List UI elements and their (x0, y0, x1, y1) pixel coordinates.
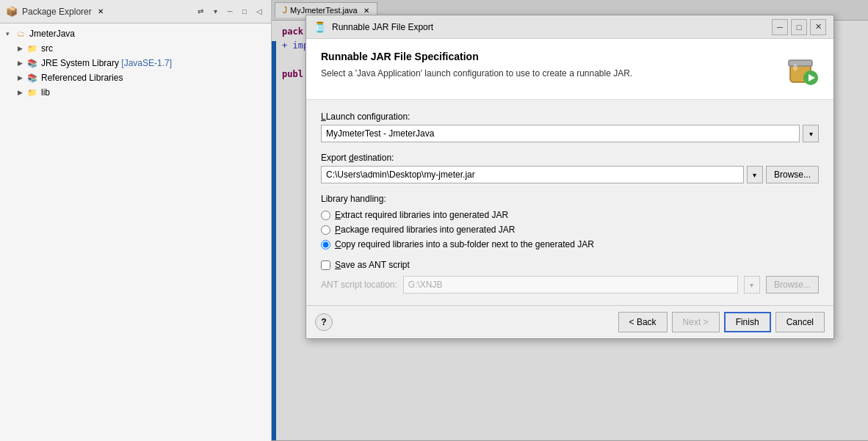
library-handling-row: Library handling: Extract required libra… (321, 194, 819, 249)
radio-package-label: Package required libraries into generate… (335, 225, 515, 235)
tree-label-lib: lib (41, 87, 50, 98)
collapse-button[interactable]: ◁ (253, 6, 265, 18)
package-explorer-panel: 📦 Package Explorer ✕ ⇄ ▾ ─ □ ◁ ▾ 🗂 Jmete… (0, 0, 272, 441)
tree-item-reflibs[interactable]: ▶ 📚 Referenced Libraries (0, 70, 271, 85)
help-button[interactable]: ? (315, 313, 333, 331)
tree-arrow-src: ▶ (18, 45, 26, 52)
cancel-button[interactable]: Cancel (775, 312, 825, 332)
dialog-title-text: Runnable JAR File Export (332, 22, 433, 32)
radio-copy[interactable] (321, 240, 330, 249)
dialog-body: LLaunch configuration: ▾ Export destinat… (306, 100, 833, 305)
ant-script-browse-button: Browse... (766, 276, 819, 294)
radio-extract-label: Extract required libraries into generate… (335, 210, 508, 220)
dialog-titlebar: 🫙 Runnable JAR File Export ─ □ ✕ (306, 15, 833, 39)
finish-button[interactable]: Finish (724, 312, 771, 332)
dialog-maximize-button[interactable]: □ (791, 19, 807, 35)
dialog-header-desc: Select a 'Java Application' launch confi… (321, 68, 782, 79)
save-ant-label: Save as ANT script (335, 260, 410, 270)
tree-area: ▾ 🗂 JmeterJava ▶ 📁 src ▶ 📚 JRE System Li… (0, 23, 271, 441)
tree-label-src: src (41, 43, 53, 54)
jre-icon: 📚 (26, 57, 38, 69)
dialog-header-title: Runnable JAR File Specification (321, 51, 782, 62)
panel-close-icon[interactable]: ✕ (98, 7, 104, 15)
launch-config-input[interactable] (321, 125, 800, 142)
ant-script-input[interactable] (403, 276, 738, 294)
footer-left: ? (315, 313, 333, 331)
launch-config-row: LLaunch configuration: ▾ (321, 112, 819, 142)
save-ant-row: Save as ANT script (321, 260, 819, 270)
lib-folder-icon: 📁 (26, 87, 38, 98)
dialog-minimize-button[interactable]: ─ (772, 19, 788, 35)
reflib-icon: 📚 (26, 72, 38, 84)
dialog-header-icon (782, 51, 819, 87)
back-button[interactable]: < Back (618, 312, 668, 332)
ant-script-row: ANT script location: ▾ Browse... (321, 276, 819, 294)
menu-dropdown-button[interactable]: ▾ (209, 6, 221, 18)
tree-item-jmeterjava[interactable]: ▾ 🗂 JmeterJava (0, 26, 271, 41)
footer-right: < Back Next > Finish Cancel (618, 312, 825, 332)
tree-item-lib[interactable]: ▶ 📁 lib (0, 85, 271, 100)
jar-export-dialog: 🫙 Runnable JAR File Export ─ □ ✕ Runnabl… (305, 15, 834, 339)
project-folder-icon: 🗂 (15, 28, 26, 40)
export-dest-input[interactable] (321, 166, 744, 183)
export-dest-combo: ▾ Browse... (321, 166, 819, 183)
sync-button[interactable]: ⇄ (195, 6, 206, 18)
panel-title-left: 📦 Package Explorer ✕ (6, 6, 104, 17)
dialog-jar-icon: 🫙 (314, 21, 326, 33)
dialog-header: Runnable JAR File Specification Select a… (306, 39, 833, 100)
svg-point-2 (793, 64, 798, 71)
radio-package[interactable] (321, 225, 330, 235)
panel-title-text: Package Explorer (22, 7, 92, 17)
launch-config-label: LLaunch configuration: (321, 112, 819, 122)
export-dest-browse-button[interactable]: Browse... (766, 166, 819, 183)
tree-arrow-lib: ▶ (18, 89, 26, 96)
tree-arrow-jmeterjava: ▾ (6, 30, 15, 37)
ant-script-label: ANT script location: (321, 280, 397, 290)
maximize-button[interactable]: □ (239, 6, 250, 18)
package-explorer-icon: 📦 (6, 6, 18, 17)
tree-arrow-jre: ▶ (18, 59, 26, 67)
tree-label-jre: JRE System Library [JavaSE-1.7] (41, 58, 172, 68)
dialog-header-text: Runnable JAR File Specification Select a… (321, 51, 782, 79)
export-dest-label: Export destination: (321, 153, 819, 163)
panel-title-bar: 📦 Package Explorer ✕ ⇄ ▾ ─ □ ◁ (0, 0, 271, 23)
tree-label-jmeterjava: JmeterJava (29, 29, 75, 39)
next-button[interactable]: Next > (672, 312, 720, 332)
right-section: J MyJmeterTest.java ✕ pack + impo publ 🫙… (272, 0, 868, 441)
radio-copy-label: Copy required libraries into a sub-folde… (335, 239, 594, 249)
tree-item-jre[interactable]: ▶ 📚 JRE System Library [JavaSE-1.7] (0, 56, 271, 70)
dialog-overlay: 🫙 Runnable JAR File Export ─ □ ✕ Runnabl… (272, 0, 868, 441)
minimize-button[interactable]: ─ (224, 6, 236, 18)
dialog-wm-buttons: ─ □ ✕ (772, 19, 826, 35)
tree-arrow-reflibs: ▶ (18, 74, 26, 81)
tree-item-src[interactable]: ▶ 📁 src (0, 41, 271, 56)
export-dest-dropdown-button[interactable]: ▾ (747, 166, 763, 183)
launch-config-combo: ▾ (321, 125, 819, 142)
launch-config-dropdown-button[interactable]: ▾ (803, 125, 819, 142)
dialog-title-left: 🫙 Runnable JAR File Export (314, 21, 433, 33)
library-handling-label: Library handling: (321, 194, 819, 204)
src-icon: 📁 (26, 43, 38, 54)
panel-controls: ⇄ ▾ ─ □ ◁ (195, 6, 265, 18)
save-ant-checkbox[interactable] (321, 260, 330, 270)
dialog-close-button[interactable]: ✕ (810, 19, 826, 35)
dialog-footer: ? < Back Next > Finish Cancel (306, 305, 833, 338)
radio-extract[interactable] (321, 211, 330, 220)
radio-copy-row: Copy required libraries into a sub-folde… (321, 239, 819, 249)
svg-rect-1 (789, 60, 812, 66)
jar-image-icon (783, 51, 818, 87)
export-dest-row: Export destination: ▾ Browse... (321, 153, 819, 183)
radio-package-row: Package required libraries into generate… (321, 225, 819, 235)
tree-label-reflibs: Referenced Libraries (41, 73, 123, 83)
radio-extract-row: Extract required libraries into generate… (321, 210, 819, 220)
ant-script-dropdown-button: ▾ (744, 276, 760, 294)
